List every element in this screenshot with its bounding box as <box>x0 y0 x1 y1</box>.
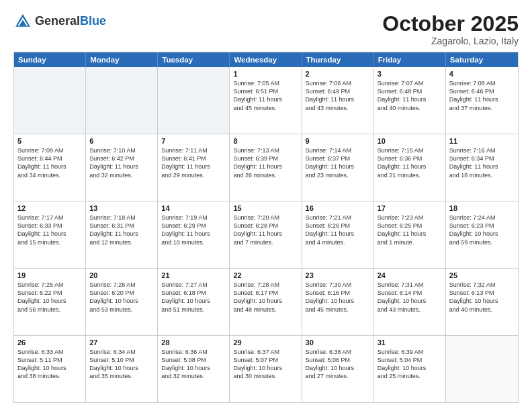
day-cell-4: 4Sunrise: 7:08 AM Sunset: 6:46 PM Daylig… <box>446 67 518 134</box>
day-cell-8: 8Sunrise: 7:13 AM Sunset: 6:39 PM Daylig… <box>230 134 302 201</box>
day-number: 22 <box>233 271 298 279</box>
day-number: 7 <box>161 137 226 145</box>
day-number: 5 <box>17 137 82 145</box>
day-number: 4 <box>449 70 515 78</box>
day-cell-1: 1Sunrise: 7:05 AM Sunset: 6:51 PM Daylig… <box>230 67 302 134</box>
day-info: Sunrise: 7:19 AM Sunset: 6:29 PM Dayligh… <box>161 214 226 246</box>
day-info: Sunrise: 7:25 AM Sunset: 6:22 PM Dayligh… <box>17 281 82 314</box>
day-info: Sunrise: 7:06 AM Sunset: 6:49 PM Dayligh… <box>306 79 370 112</box>
day-number: 19 <box>17 271 82 279</box>
location: Zagarolo, Lazio, Italy <box>382 36 519 46</box>
day-cell-19: 19Sunrise: 7:25 AM Sunset: 6:22 PM Dayli… <box>14 269 86 335</box>
day-number: 24 <box>378 271 442 279</box>
day-number: 21 <box>161 271 226 279</box>
day-number: 8 <box>233 137 298 145</box>
calendar-row-0: 1Sunrise: 7:05 AM Sunset: 6:51 PM Daylig… <box>14 67 518 134</box>
day-info: Sunrise: 7:23 AM Sunset: 6:25 PM Dayligh… <box>378 214 442 246</box>
calendar-body: 1Sunrise: 7:05 AM Sunset: 6:51 PM Daylig… <box>14 67 518 402</box>
day-cell-12: 12Sunrise: 7:17 AM Sunset: 6:33 PM Dayli… <box>14 201 86 268</box>
day-info: Sunrise: 6:36 AM Sunset: 5:08 PM Dayligh… <box>161 348 226 381</box>
day-number: 29 <box>233 338 298 347</box>
day-cell-23: 23Sunrise: 7:30 AM Sunset: 6:16 PM Dayli… <box>302 269 374 335</box>
day-info: Sunrise: 7:20 AM Sunset: 6:28 PM Dayligh… <box>233 214 298 246</box>
day-info: Sunrise: 7:26 AM Sunset: 6:20 PM Dayligh… <box>89 281 154 314</box>
day-cell-31: 31Sunrise: 6:39 AM Sunset: 5:04 PM Dayli… <box>374 336 446 402</box>
day-number: 28 <box>161 338 226 347</box>
day-info: Sunrise: 7:08 AM Sunset: 6:46 PM Dayligh… <box>449 79 515 112</box>
logo-icon <box>13 12 32 31</box>
day-cell-29: 29Sunrise: 6:37 AM Sunset: 5:07 PM Dayli… <box>230 336 302 402</box>
day-number: 1 <box>233 70 298 78</box>
day-info: Sunrise: 6:38 AM Sunset: 5:06 PM Dayligh… <box>306 348 370 381</box>
day-info: Sunrise: 6:34 AM Sunset: 5:10 PM Dayligh… <box>89 348 154 381</box>
day-number: 13 <box>89 204 154 212</box>
empty-cell <box>446 336 518 402</box>
calendar: SundayMondayTuesdayWednesdayThursdayFrid… <box>13 52 519 403</box>
day-cell-24: 24Sunrise: 7:31 AM Sunset: 6:14 PM Dayli… <box>374 269 446 335</box>
day-cell-15: 15Sunrise: 7:20 AM Sunset: 6:28 PM Dayli… <box>230 201 302 268</box>
day-cell-21: 21Sunrise: 7:27 AM Sunset: 6:18 PM Dayli… <box>158 269 230 335</box>
day-info: Sunrise: 6:37 AM Sunset: 5:07 PM Dayligh… <box>233 348 298 381</box>
page: GeneralBlue October 2025 Zagarolo, Lazio… <box>0 0 532 411</box>
header: GeneralBlue October 2025 Zagarolo, Lazio… <box>13 12 519 46</box>
calendar-row-2: 12Sunrise: 7:17 AM Sunset: 6:33 PM Dayli… <box>14 201 518 268</box>
day-cell-30: 30Sunrise: 6:38 AM Sunset: 5:06 PM Dayli… <box>302 336 374 402</box>
day-number: 3 <box>378 70 442 78</box>
title-block: October 2025 Zagarolo, Lazio, Italy <box>382 12 519 46</box>
day-cell-28: 28Sunrise: 6:36 AM Sunset: 5:08 PM Dayli… <box>158 336 230 402</box>
logo-blue-text: Blue <box>80 14 106 28</box>
empty-cell <box>158 67 230 134</box>
day-info: Sunrise: 6:33 AM Sunset: 5:11 PM Dayligh… <box>17 348 82 381</box>
day-cell-26: 26Sunrise: 6:33 AM Sunset: 5:11 PM Dayli… <box>14 336 86 402</box>
day-info: Sunrise: 7:28 AM Sunset: 6:17 PM Dayligh… <box>233 281 298 314</box>
day-number: 14 <box>161 204 226 212</box>
day-cell-2: 2Sunrise: 7:06 AM Sunset: 6:49 PM Daylig… <box>302 67 374 134</box>
day-info: Sunrise: 7:32 AM Sunset: 6:13 PM Dayligh… <box>449 281 515 314</box>
weekday-header-monday: Monday <box>86 52 158 67</box>
day-cell-25: 25Sunrise: 7:32 AM Sunset: 6:13 PM Dayli… <box>446 269 518 335</box>
day-cell-6: 6Sunrise: 7:10 AM Sunset: 6:42 PM Daylig… <box>86 134 158 201</box>
day-number: 26 <box>17 338 82 347</box>
day-info: Sunrise: 7:30 AM Sunset: 6:16 PM Dayligh… <box>306 281 370 314</box>
day-info: Sunrise: 7:27 AM Sunset: 6:18 PM Dayligh… <box>161 281 226 314</box>
day-info: Sunrise: 7:17 AM Sunset: 6:33 PM Dayligh… <box>17 214 82 246</box>
day-number: 20 <box>89 271 154 279</box>
day-info: Sunrise: 7:18 AM Sunset: 6:31 PM Dayligh… <box>89 214 154 246</box>
day-number: 16 <box>306 204 370 212</box>
day-number: 18 <box>449 204 515 212</box>
day-info: Sunrise: 7:31 AM Sunset: 6:14 PM Dayligh… <box>378 281 442 314</box>
day-info: Sunrise: 7:10 AM Sunset: 6:42 PM Dayligh… <box>89 146 154 179</box>
logo: GeneralBlue <box>13 12 106 31</box>
day-info: Sunrise: 7:13 AM Sunset: 6:39 PM Dayligh… <box>233 146 298 179</box>
day-cell-16: 16Sunrise: 7:21 AM Sunset: 6:26 PM Dayli… <box>302 201 374 268</box>
day-cell-9: 9Sunrise: 7:14 AM Sunset: 6:37 PM Daylig… <box>302 134 374 201</box>
day-info: Sunrise: 7:14 AM Sunset: 6:37 PM Dayligh… <box>306 146 370 179</box>
empty-cell <box>14 67 86 134</box>
day-number: 2 <box>306 70 370 78</box>
calendar-row-1: 5Sunrise: 7:09 AM Sunset: 6:44 PM Daylig… <box>14 134 518 201</box>
weekday-header-saturday: Saturday <box>446 52 518 67</box>
weekday-header-sunday: Sunday <box>14 52 86 67</box>
day-number: 12 <box>17 204 82 212</box>
day-info: Sunrise: 7:07 AM Sunset: 6:48 PM Dayligh… <box>378 79 442 112</box>
day-number: 17 <box>378 204 442 212</box>
day-cell-17: 17Sunrise: 7:23 AM Sunset: 6:25 PM Dayli… <box>374 201 446 268</box>
weekday-header-thursday: Thursday <box>302 52 374 67</box>
logo-text: GeneralBlue <box>35 15 106 28</box>
day-info: Sunrise: 7:16 AM Sunset: 6:34 PM Dayligh… <box>449 146 515 179</box>
day-info: Sunrise: 7:21 AM Sunset: 6:26 PM Dayligh… <box>306 214 370 246</box>
day-number: 31 <box>378 338 442 347</box>
calendar-header: SundayMondayTuesdayWednesdayThursdayFrid… <box>14 52 518 67</box>
day-cell-14: 14Sunrise: 7:19 AM Sunset: 6:29 PM Dayli… <box>158 201 230 268</box>
day-cell-7: 7Sunrise: 7:11 AM Sunset: 6:41 PM Daylig… <box>158 134 230 201</box>
day-cell-20: 20Sunrise: 7:26 AM Sunset: 6:20 PM Dayli… <box>86 269 158 335</box>
day-number: 23 <box>306 271 370 279</box>
day-number: 11 <box>449 137 515 145</box>
day-cell-3: 3Sunrise: 7:07 AM Sunset: 6:48 PM Daylig… <box>374 67 446 134</box>
day-cell-11: 11Sunrise: 7:16 AM Sunset: 6:34 PM Dayli… <box>446 134 518 201</box>
day-cell-13: 13Sunrise: 7:18 AM Sunset: 6:31 PM Dayli… <box>86 201 158 268</box>
weekday-header-wednesday: Wednesday <box>230 52 302 67</box>
day-number: 30 <box>306 338 370 347</box>
day-cell-10: 10Sunrise: 7:15 AM Sunset: 6:36 PM Dayli… <box>374 134 446 201</box>
day-info: Sunrise: 7:11 AM Sunset: 6:41 PM Dayligh… <box>161 146 226 179</box>
